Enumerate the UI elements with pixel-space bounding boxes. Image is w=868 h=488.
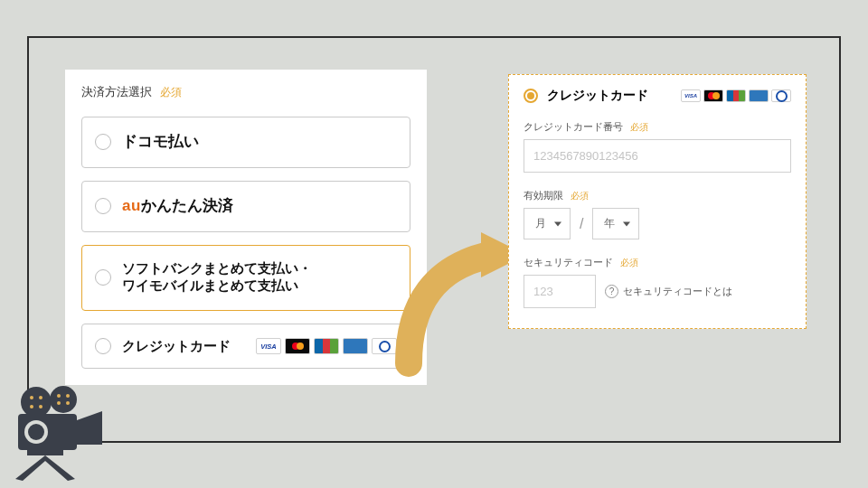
jcb-icon xyxy=(314,338,339,354)
radio-icon xyxy=(95,269,111,286)
expiry-field: 有効期限 必須 月 / 年 xyxy=(524,189,791,239)
visa-icon: VISA xyxy=(681,89,701,102)
option-label: ソフトバンクまとめて支払い・ ワイモバイルまとめて支払い xyxy=(122,260,312,296)
required-badge: 必須 xyxy=(160,86,182,99)
option-label: クレジットカード xyxy=(122,337,231,355)
expiry-year-select[interactable]: 年 xyxy=(592,208,639,239)
outer-frame: 決済方法選択 必須 ドコモ払い auかんたん決済 ソフトバンクまとめて支払い・ … xyxy=(27,36,841,443)
security-help-link[interactable]: ? セキュリティコードとは xyxy=(605,285,732,298)
mastercard-icon xyxy=(285,338,310,354)
separator: / xyxy=(580,216,583,232)
option-docomo[interactable]: ドコモ払い xyxy=(81,117,410,168)
svg-rect-15 xyxy=(27,450,63,455)
diners-icon xyxy=(372,338,397,354)
mastercard-icon xyxy=(703,89,723,102)
radio-icon xyxy=(95,198,111,214)
option-label: ドコモ払い xyxy=(122,132,199,153)
option-credit-card[interactable]: クレジットカード VISA xyxy=(81,324,410,369)
au-logo-text: au xyxy=(122,197,141,214)
expiry-month-select[interactable]: 月 xyxy=(524,208,571,239)
radio-selected-icon xyxy=(524,89,538,103)
credit-card-form: クレジットカード VISA クレジットカード番号 必須 有効期限 必須 月 xyxy=(508,74,807,329)
security-code-input[interactable] xyxy=(524,275,596,308)
field-label: セキュリティコード 必須 xyxy=(524,256,791,269)
card-number-input[interactable] xyxy=(524,139,791,173)
panel-heading: 決済方法選択 必須 xyxy=(81,83,410,100)
question-icon: ? xyxy=(605,285,618,298)
radio-icon xyxy=(95,134,111,150)
form-header: クレジットカード VISA xyxy=(524,88,791,104)
card-brand-icons: VISA xyxy=(256,338,397,354)
payment-method-panel: 決済方法選択 必須 ドコモ払い auかんたん決済 ソフトバンクまとめて支払い・ … xyxy=(65,70,427,385)
card-number-field: クレジットカード番号 必須 xyxy=(524,120,791,173)
option-softbank[interactable]: ソフトバンクまとめて支払い・ ワイモバイルまとめて支払い xyxy=(81,245,410,311)
card-brand-icons: VISA xyxy=(681,89,791,102)
radio-icon xyxy=(95,338,111,354)
panel-title: 決済方法選択 xyxy=(81,85,152,99)
payment-options: ドコモ払い auかんたん決済 ソフトバンクまとめて支払い・ ワイモバイルまとめて… xyxy=(81,117,410,369)
field-label: 有効期限 必須 xyxy=(524,189,791,202)
amex-icon xyxy=(749,89,769,102)
option-label: auかんたん決済 xyxy=(122,196,233,217)
jcb-icon xyxy=(726,89,746,102)
svg-marker-16 xyxy=(15,455,75,481)
form-title: クレジットカード xyxy=(547,88,648,104)
visa-icon: VISA xyxy=(256,338,281,354)
security-code-field: セキュリティコード 必須 ? セキュリティコードとは xyxy=(524,256,791,308)
option-au[interactable]: auかんたん決済 xyxy=(81,181,410,232)
diners-icon xyxy=(771,89,791,102)
field-label: クレジットカード番号 必須 xyxy=(524,120,791,134)
amex-icon xyxy=(343,338,368,354)
